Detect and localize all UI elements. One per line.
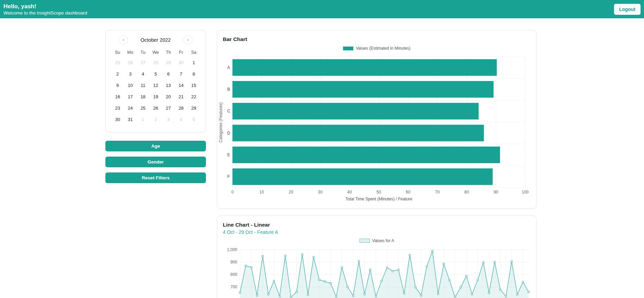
calendar-day[interactable]: 23	[111, 102, 124, 114]
calendar-day[interactable]: 29	[162, 57, 175, 68]
svg-text:60: 60	[406, 190, 411, 195]
line-chart-subtitle: 4 Oct - 29 Oct - Feature A	[223, 229, 531, 235]
calendar-day[interactable]: 5	[149, 68, 162, 80]
calendar-day[interactable]: 24	[124, 102, 137, 114]
calendar-day[interactable]: 25	[137, 102, 149, 114]
line-chart-legend: Values for A	[223, 238, 531, 244]
bar-D	[232, 125, 484, 141]
calendar-day[interactable]: 15	[187, 80, 200, 91]
calendar-day[interactable]: 9	[111, 80, 124, 91]
calendar-day-header: Sa	[187, 48, 200, 57]
bar-chart-title: Bar Chart	[223, 36, 531, 43]
calendar-day[interactable]: 26	[124, 57, 137, 68]
svg-text:100: 100	[522, 190, 529, 195]
calendar-day[interactable]: 10	[124, 80, 137, 91]
calendar-day[interactable]: 20	[162, 91, 175, 102]
svg-text:E: E	[227, 152, 230, 157]
reset-filters-button[interactable]: Reset Filters	[105, 172, 206, 183]
svg-text:B: B	[227, 87, 230, 92]
age-filter-button[interactable]: Age	[105, 141, 206, 151]
greeting-text: Hello, yash!	[3, 3, 87, 10]
svg-text:80: 80	[464, 190, 469, 195]
line-chart-card: Line Chart - Linear 4 Oct - 29 Oct - Fea…	[217, 216, 537, 298]
bar-chart-svg: 0102030405060708090100ABCDEFTotal Time S…	[223, 54, 531, 203]
bar-chart-legend: Values (Estimated in Minutes)	[223, 46, 531, 51]
header-text-block: Hello, yash! Welcome to the InsightScope…	[3, 3, 87, 16]
calendar-day[interactable]: 21	[175, 91, 187, 102]
gender-filter-button[interactable]: Gender	[105, 157, 206, 167]
calendar-day[interactable]: 22	[187, 91, 200, 102]
calendar-day[interactable]: 3	[162, 114, 175, 125]
svg-text:F: F	[227, 174, 230, 179]
calendar-day[interactable]: 11	[137, 80, 149, 91]
bar-F	[232, 168, 493, 185]
line-chart-svg: 1,000900800700	[223, 247, 531, 298]
calendar-day[interactable]: 14	[175, 80, 187, 91]
calendar-day[interactable]: 1	[137, 114, 149, 125]
svg-text:A: A	[227, 65, 230, 70]
calendar-prev-button[interactable]: ‹	[119, 35, 128, 44]
bar-A	[232, 59, 497, 76]
line-legend-label: Values for A	[372, 238, 394, 243]
sidebar: ‹ October 2022 › SuMoTuWeThFrSa252627282…	[105, 30, 206, 188]
calendar-day[interactable]: 16	[111, 91, 124, 102]
calendar-day[interactable]: 7	[175, 68, 187, 80]
main-content: Bar Chart Values (Estimated in Minutes) …	[217, 30, 537, 298]
calendar-day[interactable]: 8	[187, 68, 200, 80]
bar-legend-swatch	[343, 47, 353, 50]
svg-text:50: 50	[376, 190, 381, 195]
calendar-title: October 2022	[141, 37, 171, 43]
bar-legend-label: Values (Estimated in Minutes)	[356, 46, 411, 51]
calendar-day[interactable]: 2	[111, 68, 124, 80]
calendar-day-header: Fr	[175, 48, 187, 57]
calendar-day[interactable]: 27	[137, 57, 149, 68]
calendar-day[interactable]: 25	[111, 57, 124, 68]
svg-text:40: 40	[347, 190, 352, 195]
logout-button[interactable]: Logout	[614, 4, 641, 15]
bar-chart-card: Bar Chart Values (Estimated in Minutes) …	[217, 30, 537, 209]
calendar-day[interactable]: 1	[187, 57, 200, 68]
calendar-day[interactable]: 18	[137, 91, 149, 102]
calendar-day[interactable]: 4	[175, 114, 187, 125]
bar-chart-y-axis-label: Categories (Features)	[218, 100, 223, 145]
svg-text:30: 30	[318, 190, 323, 195]
svg-text:20: 20	[289, 190, 293, 195]
calendar-day[interactable]: 5	[187, 114, 200, 125]
svg-text:700: 700	[230, 285, 237, 289]
calendar-day[interactable]: 13	[162, 80, 175, 91]
bar-C	[232, 103, 479, 119]
calendar-day[interactable]: 30	[175, 57, 187, 68]
calendar-day[interactable]: 6	[162, 68, 175, 80]
calendar-day[interactable]: 17	[124, 91, 137, 102]
calendar-day[interactable]: 4	[137, 68, 149, 80]
calendar-day[interactable]: 26	[149, 102, 162, 114]
calendar-day-header: Mo	[124, 48, 137, 57]
svg-text:10: 10	[259, 190, 264, 195]
calendar-day-header: We	[149, 48, 162, 57]
svg-text:70: 70	[435, 190, 440, 195]
calendar-day[interactable]: 28	[175, 102, 187, 114]
svg-text:C: C	[227, 109, 230, 113]
line-legend-swatch	[360, 239, 370, 243]
welcome-subtitle: Welcome to the InsightScope dashboard	[3, 10, 87, 16]
calendar-day[interactable]: 3	[124, 68, 137, 80]
calendar-card: ‹ October 2022 › SuMoTuWeThFrSa252627282…	[105, 30, 206, 132]
calendar-next-button[interactable]: ›	[183, 35, 193, 44]
calendar-day-header: Su	[111, 48, 124, 57]
calendar-day-header: Th	[162, 48, 175, 57]
svg-text:Total Time Spent (Minutes) / F: Total Time Spent (Minutes) / Feature	[345, 197, 412, 201]
header: Hello, yash! Welcome to the InsightScope…	[0, 0, 644, 18]
calendar-day[interactable]: 19	[149, 91, 162, 102]
calendar-day[interactable]: 30	[111, 114, 124, 125]
calendar-day[interactable]: 27	[162, 102, 175, 114]
calendar-day-header: Tu	[137, 48, 149, 57]
calendar-day[interactable]: 2	[149, 114, 162, 125]
calendar-nav: ‹ October 2022 ›	[111, 35, 200, 44]
calendar-day[interactable]: 28	[149, 57, 162, 68]
calendar-day[interactable]: 29	[187, 102, 200, 114]
calendar-day[interactable]: 12	[149, 80, 162, 91]
calendar-day[interactable]: 31	[124, 114, 137, 125]
svg-text:0: 0	[231, 190, 234, 195]
svg-text:D: D	[227, 131, 230, 136]
svg-text:800: 800	[230, 272, 237, 277]
